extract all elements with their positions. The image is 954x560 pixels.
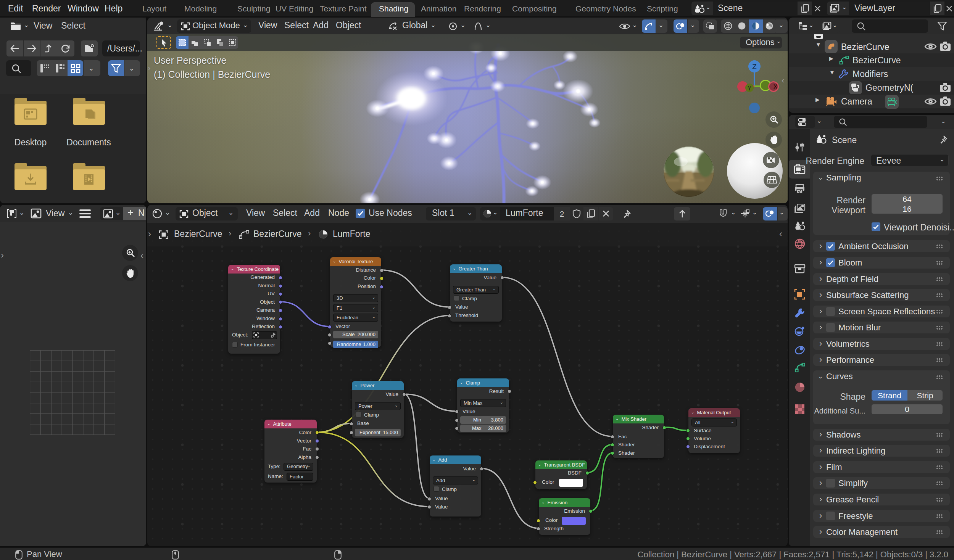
svg-text:X: X [774,84,778,90]
svg-text:Z: Z [752,63,757,71]
svg-text:Y: Y [748,85,752,92]
